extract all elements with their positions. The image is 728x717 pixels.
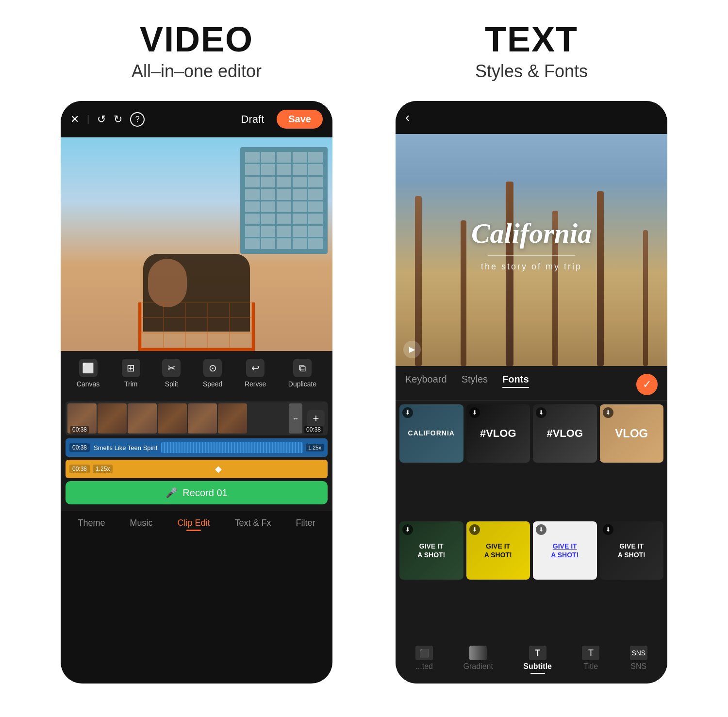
animated-icon: ⬛ [415, 646, 433, 660]
style-card-vlog-3[interactable]: ⬇ VLOG [600, 404, 664, 463]
effect-track[interactable]: 00:38 1.25x ◆ [66, 460, 328, 478]
trim-label: Trim [124, 380, 137, 388]
effect-time: 00:38 [69, 465, 90, 473]
bottom-nav: Theme Music Clip Edit Text & Fx Filter [61, 511, 332, 538]
video-preview [61, 137, 332, 351]
toolbar-section: ⬜ Canvas ⊞ Trim ✂ Split ⊙ Speed [61, 351, 332, 398]
tab-styles[interactable]: Styles [462, 374, 488, 395]
effect-center: ◆ [113, 464, 324, 474]
audio-track-label: Smells Like Teen Spirit [94, 444, 157, 451]
palm-3 [506, 182, 513, 366]
speed-icon: ⊙ [203, 359, 222, 377]
left-header-subtitle: All–in–one editor [132, 61, 262, 82]
hair-detail [148, 259, 187, 307]
tab-animated[interactable]: ⬛ ...ted [415, 646, 433, 674]
video-timeline-track[interactable]: 00:38 ↔ + 00:38 [66, 401, 328, 435]
redo-icon[interactable]: ↻ [114, 113, 122, 126]
left-phone-topbar: ✕ | ↺ ↻ ? Draft Save [61, 101, 332, 137]
download-icon-2: ⬇ [469, 407, 480, 418]
style-card-give3-label: GIVE ITA SHOT! [551, 542, 579, 559]
tab-subtitle[interactable]: T Subtitle [523, 646, 552, 674]
toolbar-split[interactable]: ✂ Split [162, 359, 181, 388]
download-icon-3: ⬇ [536, 407, 546, 418]
check-button[interactable]: ✓ [636, 374, 658, 395]
style-card-vlog-2[interactable]: ⬇ #VLOG [533, 404, 597, 463]
back-icon[interactable]: ‹ [405, 110, 410, 125]
toolbar-reverse[interactable]: ↩ Rervse [245, 359, 266, 388]
subtitle-underline [530, 673, 545, 674]
trim-handle[interactable]: ↔ [289, 403, 302, 434]
left-phone-wrapper: ✕ | ↺ ↻ ? Draft Save [29, 101, 364, 702]
download-icon-4: ⬇ [603, 407, 613, 418]
timeline-time-end: 00:38 [304, 426, 323, 434]
tab-keyboard-label: Keyboard [405, 374, 447, 384]
left-header: VIDEO All–in–one editor [29, 19, 364, 82]
timeline-section: 00:38 ↔ + 00:38 00:38 Smells Like Teen S… [61, 398, 332, 511]
nav-clip-edit[interactable]: Clip Edit [177, 518, 210, 528]
duplicate-icon: ⧉ [293, 359, 312, 377]
toolbar-canvas[interactable]: ⬜ Canvas [77, 359, 99, 388]
nav-music[interactable]: Music [130, 518, 152, 528]
audio-time: 00:38 [69, 443, 90, 452]
add-clip-button[interactable]: + [307, 410, 325, 427]
toolbar-icons: ⬜ Canvas ⊞ Trim ✂ Split ⊙ Speed [66, 359, 328, 388]
effect-speed: 1.25x [93, 465, 113, 473]
right-video-preview: California the story of my trip ▶ [396, 134, 667, 366]
undo-icon[interactable]: ↺ [97, 113, 106, 126]
style-card-california-label: CALIFORNIA [408, 429, 455, 437]
style-grid: ⬇ CALIFORNIA ⬇ #VLOG ⬇ #VLOG [396, 400, 667, 640]
diamond-icon: ◆ [215, 464, 222, 474]
nav-theme[interactable]: Theme [78, 518, 105, 528]
style-card-give-3[interactable]: ⬇ GIVE ITA SHOT! [533, 521, 597, 580]
download-icon-8: ⬇ [603, 524, 613, 535]
reverse-icon: ↩ [246, 359, 265, 377]
microphone-icon: 🎤 [165, 487, 178, 499]
cart-element [133, 254, 260, 351]
save-button[interactable]: Save [277, 110, 323, 129]
help-icon[interactable]: ? [130, 112, 145, 127]
right-phone-wrapper: ‹ [364, 101, 699, 702]
nav-text-fx[interactable]: Text & Fx [234, 518, 271, 528]
animated-label: ...ted [415, 662, 433, 671]
divider: | [87, 114, 89, 125]
speed-label: Speed [203, 380, 222, 388]
audio-speed-label: 1.25x [306, 444, 324, 451]
scene-foreground [61, 215, 332, 351]
divider-line [488, 255, 575, 256]
play-button[interactable]: ▶ [403, 341, 421, 358]
toolbar-speed[interactable]: ⊙ Speed [203, 359, 222, 388]
style-card-california[interactable]: ⬇ CALIFORNIA [399, 404, 463, 463]
tab-gradient[interactable]: Gradient [463, 646, 493, 674]
toolbar-trim[interactable]: ⊞ Trim [122, 359, 140, 388]
frame-3 [128, 403, 157, 434]
audio-track[interactable]: 00:38 Smells Like Teen Spirit 1.25x [66, 438, 328, 457]
download-icon-6: ⬇ [469, 524, 480, 535]
close-icon[interactable]: ✕ [70, 113, 79, 126]
tab-keyboard[interactable]: Keyboard [405, 374, 447, 395]
frame-6 [218, 403, 247, 434]
phones-section: ✕ | ↺ ↻ ? Draft Save [0, 91, 728, 717]
reverse-label: Rervse [245, 380, 266, 388]
style-card-vlog3-label: VLOG [615, 427, 648, 440]
style-card-vlog-1[interactable]: ⬇ #VLOG [466, 404, 530, 463]
left-header-title: VIDEO [140, 19, 253, 59]
cart-frame [138, 302, 255, 351]
tab-fonts[interactable]: Fonts [502, 374, 529, 395]
tab-title[interactable]: T Title [582, 646, 599, 674]
toolbar-duplicate[interactable]: ⧉ Duplicate [288, 359, 316, 388]
nav-filter[interactable]: Filter [296, 518, 315, 528]
style-card-give-4[interactable]: ⬇ GIVE ITA SHOT! [600, 521, 664, 580]
sns-icon: SNS [630, 646, 647, 660]
title-label: Title [584, 662, 598, 671]
split-icon: ✂ [162, 359, 181, 377]
download-icon-1: ⬇ [402, 407, 413, 418]
duplicate-label: Duplicate [288, 380, 316, 388]
right-header-title: TEXT [485, 19, 578, 59]
tab-sns[interactable]: SNS SNS [630, 646, 647, 674]
style-card-give-2[interactable]: ⬇ GIVE ITA SHOT! [466, 521, 530, 580]
style-card-give2-label: GIVE ITA SHOT! [484, 542, 512, 559]
sns-label: SNS [630, 662, 646, 671]
record-track[interactable]: 🎤 Record 01 [66, 481, 328, 504]
right-phone: ‹ [396, 101, 667, 684]
style-card-give-1[interactable]: ⬇ GIVE ITA SHOT! [399, 521, 463, 580]
